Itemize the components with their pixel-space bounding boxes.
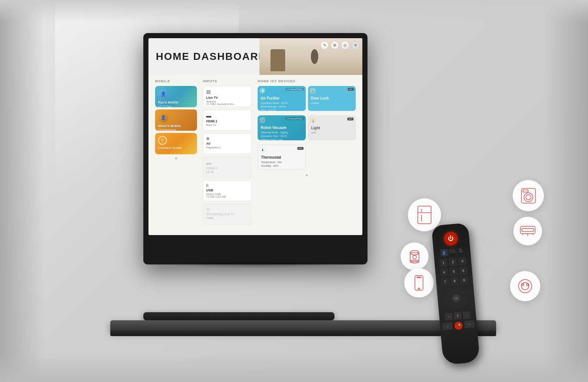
vol-down[interactable]: - — [462, 311, 470, 319]
num-9[interactable]: 9 — [460, 276, 469, 285]
bottom-buttons: ⌂ 🎤 ↩ — [442, 320, 475, 331]
device-circle-washer[interactable] — [513, 180, 544, 211]
streaming-card[interactable]: ⊞ Streaming Live TV TVNG — [203, 203, 252, 225]
profile-button[interactable]: 👤 — [440, 249, 448, 257]
connect-guide-card[interactable]: ? Connect Guide — [155, 133, 197, 154]
device-circle-refrigerator[interactable] — [408, 198, 441, 231]
streaming-label: Streaming Live TV — [206, 212, 248, 216]
ad-sap-label: AD SAP — [459, 248, 463, 253]
live-tv-sub: Antenna27 JTBC Journey to the... — [206, 100, 248, 105]
svg-line-1 — [474, 191, 507, 261]
device-circle-phone[interactable] — [404, 268, 434, 298]
light-badge: IoT — [347, 118, 354, 120]
door-lock-card[interactable]: IoT 🔒 Door Lock Locked — [308, 86, 356, 111]
av-sub: Playstation 2 — [206, 146, 248, 149]
ryus-mobile-sub: LG TV Plus — [158, 105, 194, 108]
num-8[interactable]: 8 — [450, 277, 459, 285]
num-4[interactable]: 4 — [440, 268, 449, 277]
inputs-section: INPUTS 𝌗 Live TV Antenna27 JTBC Journey … — [200, 79, 255, 231]
nav-center[interactable]: OK — [452, 294, 460, 303]
num-1[interactable]: 1 — [439, 259, 448, 267]
numpad: 1 2 3 4 5 6 7 8 9 — [439, 257, 469, 286]
shelf — [110, 320, 496, 331]
light-name: Light — [311, 126, 352, 130]
air-purifier-card[interactable]: LG SmartThinQ 💨 Air Purifier Operation M… — [258, 86, 305, 111]
usb-label: USB — [206, 188, 248, 192]
home-btn[interactable]: ⌂ — [442, 322, 453, 330]
av-card[interactable]: ⊕ AV Playstation 2 — [203, 133, 252, 154]
num-3[interactable]: 3 — [458, 257, 467, 266]
door-lock-name: Door Lock — [311, 96, 353, 100]
mic-button[interactable]: 🎤 — [454, 321, 463, 330]
air-purifier-badge: LG SmartThinQ — [286, 88, 304, 91]
moons-mobile-card[interactable]: 👤 Moon's Mobile LG Smartphone — [155, 109, 197, 131]
edit-button[interactable]: ✎ — [320, 41, 329, 49]
connect-guide-label: Connect Guide — [158, 146, 194, 150]
av-icon: ⊕ — [206, 136, 248, 141]
num-2[interactable]: 2 — [449, 257, 458, 266]
power-button[interactable]: ⏻ — [443, 231, 458, 246]
device-circle-robot[interactable] — [510, 271, 540, 301]
soundbar — [143, 312, 334, 320]
door-lock-detail: Locked — [311, 101, 353, 105]
svg-point-20 — [418, 288, 420, 289]
streaming-sub: TVNG — [206, 217, 248, 219]
iot-section-title: HOME IoT DEVICES — [258, 79, 356, 83]
svg-rect-10 — [521, 188, 535, 203]
live-tv-card[interactable]: 𝌗 Live TV Antenna27 JTBC Journey to the.… — [203, 86, 252, 107]
air-purifier-detail: Operation Mode : AUTOWind Strength : AUT… — [261, 101, 302, 112]
num-6[interactable]: 6 — [459, 266, 468, 275]
close-button[interactable]: ✕ — [351, 41, 359, 49]
dashboard-controls: ✎ ⚙ ◎ ✕ — [320, 41, 359, 49]
hdmi2-card[interactable]: ▬ HDMI 2 LG TV — [203, 156, 252, 178]
thermostat-name: Thermostat — [261, 155, 302, 159]
hdmi1-card[interactable]: ▬ HDMI 1 Roku TV — [203, 109, 252, 131]
tv-frame: HOME DASHBOARD ✎ ⚙ ◎ ✕ — [143, 33, 368, 264]
settings-button[interactable]: ⚙ — [331, 41, 339, 49]
svg-rect-6 — [418, 206, 431, 224]
robot-vacuum-name: Robot Vacuum — [261, 126, 302, 130]
nav-wheel[interactable]: OK — [444, 286, 468, 310]
ryus-mobile-card[interactable]: 👤 Ryu's Mobile LG TV Plus — [155, 86, 197, 107]
back-btn[interactable]: ↩ — [464, 320, 475, 328]
device-circle-speaker[interactable] — [401, 242, 429, 270]
stream-icon: ⊞ — [206, 207, 248, 212]
dashboard-content: MOBILE 👤 Ryu's Mobile LG TV Plus 👤 Moon'… — [148, 75, 362, 235]
iot-grid: LG SmartThinQ 💨 Air Purifier Operation M… — [258, 86, 356, 172]
usb-sub: Heize's USB7.2 GB / 16.0 GB — [206, 193, 248, 198]
svg-rect-13 — [523, 190, 528, 192]
thermostat-detail: Temperature : 20cHumidity : 42% — [261, 161, 302, 168]
num-5[interactable]: 5 — [449, 267, 458, 276]
live-tv-label: Live TV — [206, 96, 248, 100]
av-label: AV — [206, 142, 248, 145]
tv: HOME DASHBOARD ✎ ⚙ ◎ ✕ — [143, 33, 368, 264]
hdmi-icon: ▬ — [206, 113, 248, 119]
nav-arrows[interactable]: ⇕ — [453, 312, 462, 320]
iot-device-circles — [404, 143, 544, 309]
dashboard: HOME DASHBOARD ✎ ⚙ ◎ ✕ — [148, 38, 362, 235]
thermostat-card[interactable]: IoT 🌡 Thermostat Temperature : 20cHumidi… — [258, 145, 305, 170]
svg-rect-21 — [520, 226, 535, 234]
home-button[interactable]: ◎ — [341, 41, 349, 49]
question-icon: ? — [158, 136, 167, 145]
purifier-icon: 💨 — [259, 88, 265, 94]
device-circle-ac[interactable] — [513, 217, 542, 245]
vacuum-icon: 🤖 — [259, 117, 265, 123]
usb-card[interactable]: ⎘ USB Heize's USB7.2 GB / 16.0 GB — [203, 180, 252, 201]
thermostat-badge: IoT — [297, 147, 304, 150]
svg-point-26 — [519, 280, 532, 293]
moons-mobile-sub: LG Smartphone — [158, 129, 194, 131]
iot-section: HOME IoT DEVICES LG SmartThinQ 💨 Air Pur… — [255, 79, 359, 231]
vol-up[interactable]: + — [445, 313, 453, 321]
iot-scroll-down: ▼ — [258, 173, 356, 177]
robot-vacuum-detail: Cleaning Mode : ZigzagOperation Time : 0… — [261, 131, 302, 141]
light-card[interactable]: IoT 💡 Light OFF — [308, 115, 356, 140]
num-7[interactable]: 7 — [441, 277, 449, 286]
mobile-avatar-moon: 👤 — [158, 112, 168, 123]
air-purifier-name: Air Purifier — [261, 96, 302, 100]
moons-mobile-label: Moon's Mobile — [158, 124, 194, 128]
robot-vacuum-card[interactable]: LG SmartThinQ 🤖 Robot Vacuum Cleaning Mo… — [258, 115, 305, 140]
thermostat-icon: 🌡 — [260, 147, 266, 153]
inputs-section-title: INPUTS — [203, 79, 252, 83]
antenna-icon: 𝌗 — [206, 89, 248, 95]
